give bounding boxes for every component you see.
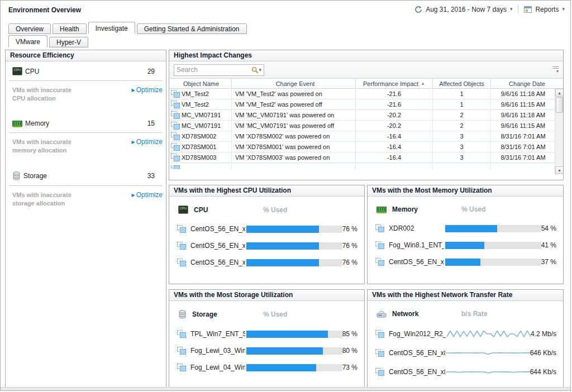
scroll-up-button[interactable]: ▴ <box>555 89 563 97</box>
memory-icon <box>12 121 22 127</box>
affected-objects-cell: 3 <box>433 152 491 162</box>
tab-vmware[interactable]: VMware <box>8 35 47 47</box>
tab-health[interactable]: Health <box>53 23 87 34</box>
column-header-affected-objects[interactable]: Affected Objects <box>433 79 491 88</box>
rate-value: 4.2 Mb/s <box>531 330 556 338</box>
tab-investigate[interactable]: Investigate <box>88 22 135 34</box>
table-body: VM_Test2 VM 'VM_Test2' was powered on -2… <box>169 89 563 180</box>
usage-value: 37 % <box>541 258 556 266</box>
change-date-cell: 9/6/16 11:18 AM <box>491 110 555 120</box>
object-name-cell[interactable]: VM_Test2 <box>169 89 232 99</box>
affected-objects-cell: 3 <box>433 131 491 141</box>
util-row: XDR002 54 % <box>368 220 563 237</box>
table-customizer-icon[interactable]: ▾ <box>554 66 559 74</box>
vm-icon <box>171 90 180 98</box>
memory-unit-label: % Used <box>461 205 485 213</box>
object-name-cell[interactable]: MC_VM07191 <box>169 121 232 131</box>
storage-utilization-header: Storage % Used <box>169 301 364 326</box>
vm-name[interactable]: CentOS_56_EN_x8... <box>190 259 245 266</box>
memory-metric-row: Memory 15 <box>6 114 166 132</box>
vm-name[interactable]: XDR002 <box>389 224 444 232</box>
column-header-change-date[interactable]: Change Date <box>491 79 563 88</box>
usage-value: 54 % <box>541 224 556 232</box>
column-header-object-name[interactable]: Object Name <box>169 79 232 88</box>
network-sparkline <box>446 367 530 377</box>
scroll-down-button[interactable]: ▾ <box>555 166 563 174</box>
change-date-cell <box>491 165 555 169</box>
vm-name[interactable]: Fog_Lewi_04_Win... <box>190 364 245 371</box>
cpu-metric-label: CPU <box>25 68 39 75</box>
memory-optimize-link[interactable]: ▶Optimize <box>132 138 163 146</box>
usage-value: 76 % <box>342 225 358 233</box>
cpu-unit-label: % Used <box>263 206 287 214</box>
search-box[interactable]: ▾ <box>174 64 264 76</box>
vm-name[interactable]: CentOS_56_EN_x8... <box>389 368 445 376</box>
cpu-icon: CPU <box>12 67 22 75</box>
search-icon[interactable] <box>251 66 259 74</box>
object-name-cell[interactable]: XD78SM002 <box>169 131 232 141</box>
search-options-caret-icon[interactable]: ▾ <box>259 68 261 73</box>
table-header-row: Object Name Change Event Performance Imp… <box>169 78 563 89</box>
vm-icon <box>171 165 180 169</box>
rate-value: 646 Kb/s <box>530 349 556 357</box>
reports-icon <box>524 6 532 13</box>
vm-name[interactable]: CentOS_56_EN_x8... <box>389 258 444 266</box>
usage-value: 80 % <box>342 347 358 355</box>
vm-name[interactable]: CentOS_56_EN_x8... <box>389 349 445 357</box>
vm-icon <box>177 364 186 371</box>
usage-bar <box>246 331 342 338</box>
memory-utilization-panel: VMs with the Most Memory Utilization Mem… <box>367 185 564 284</box>
vm-name[interactable]: TPL_Win7_ENT_SP... <box>190 330 245 338</box>
memory-allocation-row: VMs with inaccurate memory allocation ▶O… <box>6 133 166 166</box>
table-row-partial <box>169 163 555 169</box>
object-name-cell[interactable]: VM_Test2 <box>169 99 232 109</box>
change-event-cell: VM 'VM_Test2' was powered on <box>232 89 356 99</box>
table-row[interactable]: VM_Test2 VM 'VM_Test2' was powered off -… <box>169 99 555 110</box>
storage-optimize-link[interactable]: ▶Optimize <box>132 191 163 199</box>
vm-name[interactable]: CentOS_56_EN_x8... <box>190 225 245 233</box>
util-row: Fog_Win8.1_ENT_... 41 % <box>368 237 563 254</box>
network-sparkline <box>447 329 531 339</box>
table-row[interactable]: XD78SM001 VM 'XD78SM001' was powered on … <box>169 142 555 152</box>
time-range-caret-icon[interactable]: ▾ <box>510 7 513 12</box>
change-event-cell: VM 'XD78SM003' was powered on <box>232 152 356 162</box>
vm-name[interactable]: Fog_Win2012_R2_... <box>389 330 446 338</box>
network-header-label: Network <box>392 310 418 318</box>
cpu-optimize-link[interactable]: ▶Optimize <box>132 86 163 94</box>
table-row[interactable]: MC_VM07191 VM 'MC_VM07191' was powered o… <box>169 110 555 121</box>
time-range-label[interactable]: Aug 31, 2016 - Now 7 days <box>426 6 507 13</box>
vertical-scrollbar[interactable]: ▴ ▾ <box>555 89 563 174</box>
reports-button[interactable]: Reports <box>535 6 559 13</box>
table-row[interactable]: MC_VM07191 VM 'MC_VM07191' was powered o… <box>169 121 555 131</box>
tab-hyperv[interactable]: Hyper-V <box>49 37 88 47</box>
column-header-change-event[interactable]: Change Event <box>232 79 356 88</box>
resource-efficiency-title: Resource Efficiency <box>6 50 166 61</box>
table-row[interactable]: XD78SM003 VM 'XD78SM003' was powered on … <box>169 152 555 163</box>
object-name-cell[interactable]: XD78SM001 <box>169 142 232 152</box>
usage-value: 41 % <box>541 241 556 249</box>
memory-header-label: Memory <box>392 205 418 213</box>
network-transfer-header: Network b/s Rate <box>368 301 563 324</box>
reports-caret-icon[interactable]: ▾ <box>562 7 565 12</box>
network-transfer-title: VMs with the Highest Network Transfer Ra… <box>368 290 563 301</box>
storage-unit-label: % Used <box>263 310 287 318</box>
scrollbar-thumb[interactable] <box>556 97 563 113</box>
performance-impact-cell: -16.4 <box>356 152 433 162</box>
network-transfer-panel: VMs with the Highest Network Transfer Ra… <box>367 289 564 389</box>
object-name-cell[interactable] <box>169 165 232 169</box>
tab-getting-started[interactable]: Getting Started & Administration <box>137 23 247 34</box>
util-row: CentOS_56_EN_x8... 76 % <box>169 221 364 237</box>
tab-overview[interactable]: Overview <box>8 23 51 34</box>
object-name-cell[interactable]: XD78SM003 <box>169 152 232 162</box>
vm-name[interactable]: CentOS_56_EN_x8... <box>190 242 245 250</box>
column-header-performance-impact[interactable]: Performance Impact▲ <box>356 79 433 88</box>
table-row[interactable]: XD78SM002 VM 'XD78SM002' was powered on … <box>169 131 555 142</box>
object-name-cell[interactable]: MC_VM07191 <box>169 110 232 120</box>
vm-name[interactable]: Fog_Win8.1_ENT_... <box>389 241 444 249</box>
vm-icon <box>375 368 384 376</box>
usage-bar <box>445 242 541 249</box>
change-date-cell: 8/31/16 7:01 AM <box>491 142 555 152</box>
vm-name[interactable]: Fog_Lewi_03_Win... <box>190 347 245 355</box>
table-row[interactable]: VM_Test2 VM 'VM_Test2' was powered on -2… <box>169 89 555 99</box>
search-input[interactable] <box>177 66 251 74</box>
